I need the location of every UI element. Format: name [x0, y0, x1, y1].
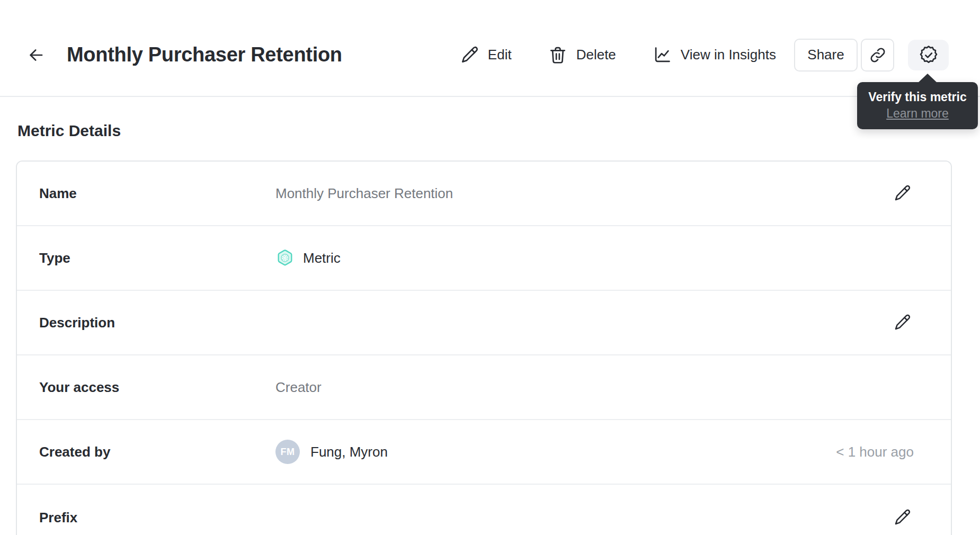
row-prefix: Prefix: [17, 485, 951, 535]
row-your-access-label: Your access: [39, 379, 275, 396]
tooltip-title: Verify this metric: [862, 89, 973, 105]
verify-tooltip: Verify this metric Learn more: [857, 82, 978, 129]
metric-details-card: Name Monthly Purchaser Retention Type Me…: [16, 160, 952, 535]
learn-more-link[interactable]: Learn more: [886, 105, 949, 122]
row-type-label: Type: [39, 250, 275, 266]
line-chart-icon: [652, 45, 681, 65]
pencil-icon: [893, 508, 912, 527]
delete-button[interactable]: Delete: [548, 45, 616, 65]
edit-button-label: Edit: [488, 47, 512, 63]
chain-link-icon: [869, 46, 887, 64]
view-in-insights-button[interactable]: View in Insights: [652, 45, 776, 65]
row-type-value: Metric: [303, 250, 341, 266]
avatar: FM: [275, 440, 300, 464]
edit-name-button[interactable]: [890, 182, 914, 205]
row-name-label: Name: [39, 185, 275, 202]
verify-metric-button[interactable]: [908, 40, 949, 70]
pencil-icon: [893, 184, 912, 203]
row-created-by-label: Created by: [39, 444, 275, 460]
created-timestamp: < 1 hour ago: [836, 444, 914, 460]
edit-prefix-button[interactable]: [890, 506, 914, 529]
share-button[interactable]: Share: [794, 39, 858, 72]
row-created-by-value: Fung, Myron: [310, 444, 388, 460]
delete-button-label: Delete: [576, 47, 616, 63]
row-description-label: Description: [39, 315, 275, 331]
row-description: Description: [17, 291, 951, 355]
pencil-icon: [459, 45, 488, 65]
page-header: Monthly Purchaser Retention Edit Delete …: [0, 0, 980, 97]
tooltip-arrow: [917, 74, 938, 83]
pencil-icon: [893, 313, 912, 332]
row-prefix-label: Prefix: [39, 510, 275, 526]
row-name: Name Monthly Purchaser Retention: [17, 162, 951, 226]
page-title: Monthly Purchaser Retention: [67, 43, 342, 66]
copy-link-button[interactable]: [861, 39, 894, 72]
row-created-by: Created by FM Fung, Myron < 1 hour ago: [17, 420, 951, 485]
row-type: Type Metric: [17, 226, 951, 291]
view-in-insights-label: View in Insights: [681, 47, 776, 63]
metric-hexagon-icon: [275, 248, 295, 268]
row-name-value: Monthly Purchaser Retention: [275, 185, 453, 202]
row-your-access: Your access Creator: [17, 355, 951, 420]
edit-button[interactable]: Edit: [459, 45, 512, 65]
trash-icon: [548, 45, 576, 65]
share-button-label: Share: [807, 47, 844, 63]
section-title: Metric Details: [17, 121, 980, 140]
verified-badge-icon: [918, 44, 939, 66]
row-your-access-value: Creator: [275, 379, 322, 396]
header-actions: Edit Delete View in Insights Share: [459, 39, 949, 72]
metric-details-page: Monthly Purchaser Retention Edit Delete …: [0, 0, 980, 535]
arrow-left-icon: [26, 45, 46, 65]
back-button[interactable]: [24, 43, 48, 67]
edit-description-button[interactable]: [890, 311, 914, 334]
